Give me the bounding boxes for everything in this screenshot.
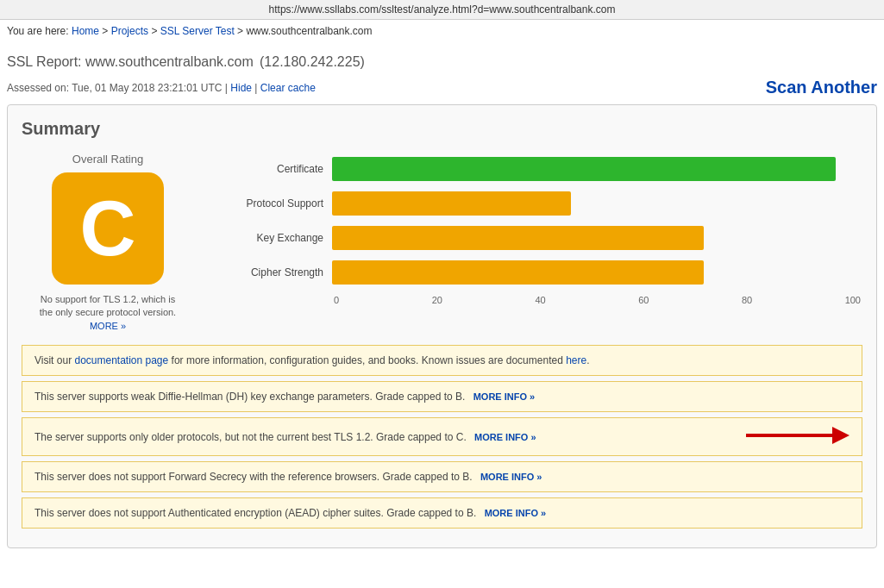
summary-title: Summary (22, 119, 862, 139)
grade-letter: C (80, 185, 136, 273)
grade-section: Overall Rating C No support for TLS 1.2,… (22, 153, 194, 333)
bar-cipher (332, 260, 704, 285)
url-text: https://www.ssllabs.com/ssltest/analyze.… (269, 3, 616, 16)
x-axis: 0 20 40 60 80 100 (220, 295, 862, 305)
known-issues-link[interactable]: here (566, 354, 586, 366)
bar-label-certificate: Certificate (220, 163, 332, 175)
bar-label-protocol: Protocol Support (220, 197, 332, 210)
fs-banner-text: This server does not support Forward Sec… (34, 471, 473, 483)
fs-banner: This server does not support Forward Sec… (22, 461, 862, 492)
x-axis-labels: 0 20 40 60 80 100 (332, 295, 862, 305)
page-title-ip: (12.180.242.225) (260, 54, 365, 69)
dh-banner: This server supports weak Diffie-Hellman… (22, 381, 862, 412)
fs-more-info-link[interactable]: MORE INFO » (480, 472, 542, 482)
page-header: SSL Report: www.southcentralbank.com (12… (0, 42, 884, 74)
clear-cache-link[interactable]: Clear cache (260, 82, 316, 94)
aead-more-info-link[interactable]: MORE INFO » (485, 508, 547, 518)
tls-banner-text: The server supports only older protocols… (34, 431, 467, 443)
notice-banners: Visit our documentation page for more in… (22, 345, 862, 529)
url-bar: https://www.ssllabs.com/ssltest/analyze.… (0, 0, 884, 20)
bar-container-cipher (332, 260, 862, 285)
red-arrow-icon (746, 427, 850, 444)
dh-banner-text: This server supports weak Diffie-Hellman… (34, 391, 465, 403)
bar-label-cipher: Cipher Strength (220, 266, 332, 278)
doc-banner-text: Visit our documentation page for more in… (34, 354, 590, 366)
dh-banner-text-area: This server supports weak Diffie-Hellman… (34, 391, 850, 403)
main-content: Summary Overall Rating C No support for … (0, 104, 884, 557)
doc-banner: Visit our documentation page for more in… (22, 345, 862, 376)
tls-banner: The server supports only older protocols… (22, 417, 862, 456)
bar-chart: Certificate Protocol Support (220, 157, 862, 305)
dh-more-info-link[interactable]: MORE INFO » (473, 391, 536, 402)
breadcrumb-prefix: You are here: (7, 25, 69, 37)
bar-label-key-exchange: Key Exchange (220, 232, 332, 244)
bar-protocol (332, 191, 571, 216)
breadcrumb-home[interactable]: Home (72, 25, 99, 37)
bar-container-key-exchange (332, 226, 862, 250)
bar-container-protocol (332, 191, 862, 216)
assessed-label: Assessed on: (7, 82, 69, 94)
assessed-datetime: Tue, 01 May 2018 23:21:01 UTC (72, 82, 222, 94)
breadcrumb-ssl-server-test[interactable]: SSL Server Test (160, 25, 235, 37)
grade-box: C (52, 172, 164, 285)
breadcrumb: You are here: Home > Projects > SSL Serv… (0, 20, 884, 42)
scan-another-button[interactable]: Scan Another (766, 78, 877, 97)
aead-banner-text: This server does not support Authenticat… (34, 507, 476, 519)
chart-section: Certificate Protocol Support (220, 153, 862, 305)
assessed-bar: Assessed on: Tue, 01 May 2018 23:21:01 U… (0, 74, 884, 104)
bar-container-certificate (332, 157, 862, 181)
page-title: SSL Report: www.southcentralbank.com (12… (7, 46, 877, 72)
arrow-indicator (746, 427, 850, 447)
grade-note-text: No support for TLS 1.2, which is the onl… (40, 294, 176, 317)
bar-row-key-exchange: Key Exchange (220, 226, 862, 250)
overall-rating-label: Overall Rating (72, 153, 143, 166)
aead-banner: This server does not support Authenticat… (22, 497, 862, 529)
grade-note: No support for TLS 1.2, which is the onl… (34, 293, 181, 333)
bar-row-protocol: Protocol Support (220, 191, 862, 216)
documentation-page-link[interactable]: documentation page (74, 354, 168, 366)
grade-more-link[interactable]: MORE » (90, 321, 126, 331)
bar-certificate (332, 157, 836, 181)
summary-inner: Overall Rating C No support for TLS 1.2,… (22, 153, 862, 333)
bar-key-exchange (332, 226, 704, 250)
fs-banner-text-area: This server does not support Forward Sec… (34, 471, 850, 483)
breadcrumb-projects[interactable]: Projects (111, 25, 148, 37)
aead-banner-text-area: This server does not support Authenticat… (34, 507, 850, 519)
hide-link[interactable]: Hide (230, 82, 252, 94)
page-title-text: SSL Report: www.southcentralbank.com (7, 54, 254, 69)
assessed-info: Assessed on: Tue, 01 May 2018 23:21:01 U… (7, 82, 316, 94)
bar-row-cipher: Cipher Strength (220, 260, 862, 285)
bar-row-certificate: Certificate (220, 157, 862, 181)
tls-more-info-link[interactable]: MORE INFO » (474, 432, 536, 442)
summary-box: Summary Overall Rating C No support for … (7, 104, 877, 548)
tls-banner-text-area: The server supports only older protocols… (34, 431, 732, 443)
breadcrumb-current: www.southcentralbank.com (246, 25, 372, 37)
